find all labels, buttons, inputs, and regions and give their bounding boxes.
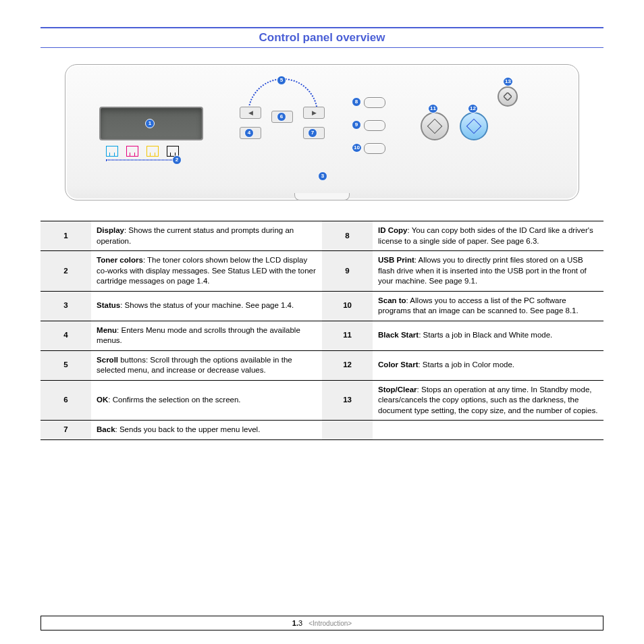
callout-number-cell: 3 (41, 291, 91, 321)
table-row: 7Back: Sends you back to the upper menu … (41, 421, 603, 440)
callout-desc-cell: Toner colors: The toner colors shown bel… (91, 251, 322, 292)
callout-number-cell: 5 (41, 350, 91, 380)
callout-desc-cell: Status: Shows the status of your machine… (91, 291, 322, 321)
stop-clear-button (498, 86, 518, 107)
callout-term: Scan to (378, 296, 406, 304)
id-copy-button (364, 97, 385, 108)
callout-desc-cell: USB Print: Allows you to directly print … (373, 251, 603, 292)
callout-10: 10 (352, 143, 362, 153)
color-start-button (460, 112, 488, 140)
footer-page-minor: 3 (298, 619, 302, 627)
table-row: 3Status: Shows the status of your machin… (41, 291, 603, 321)
table-row: 1Display: Shows the current status and p… (41, 221, 603, 251)
callout-term: Stop/Clear (378, 385, 417, 394)
callout-desc-cell: Color Start: Starts a job in Color mode. (373, 350, 603, 380)
callout-desc-cell: Display: Shows the current status and pr… (91, 221, 322, 251)
callout-number-cell: 1 (41, 221, 91, 251)
callout-desc-cell: Scroll buttons: Scroll through the optio… (91, 350, 322, 380)
scroll-right-button: ▶ (303, 107, 325, 119)
callout-3: 3 (318, 171, 327, 181)
toner-yellow-icon (146, 146, 159, 157)
usb-print-button (364, 120, 385, 131)
section-title-bar: Control panel overview (41, 27, 603, 48)
black-start-button (421, 112, 449, 140)
callout-term: ID Copy (378, 226, 407, 234)
svg-marker-0 (504, 92, 512, 101)
callout-number-cell: 7 (41, 421, 91, 440)
table-row: 5Scroll buttons: Scroll through the opti… (41, 350, 603, 380)
control-panel-body: 1 2 3 ◀ ▶ 4 5 6 7 8 9 10 (65, 64, 579, 200)
toner-color-indicators (106, 146, 179, 157)
callout-term: Color Start (378, 360, 418, 369)
footer-page-major: 1. (292, 619, 298, 627)
callout-11: 11 (428, 104, 438, 113)
callout-term: Menu (97, 326, 117, 334)
callout-desc-cell: OK: Confirms the selection on the screen… (91, 380, 322, 421)
callout-desc-cell: Black Start: Starts a job in Black and W… (373, 321, 603, 350)
callout-number-cell: 9 (322, 251, 373, 292)
callout-number-cell: 13 (322, 380, 373, 421)
callout-term: Back (97, 425, 115, 433)
callout-12: 12 (468, 104, 478, 113)
diamond-icon (466, 119, 482, 134)
toner-cyan-icon (106, 146, 118, 157)
callout-desc-cell: Menu: Enters Menu mode and scrolls throu… (91, 321, 322, 350)
page-footer: 1.3 <Introduction> (41, 616, 603, 630)
callout-term: Display (97, 226, 124, 234)
table-row: 4Menu: Enters Menu mode and scrolls thro… (41, 321, 603, 350)
callout-desc-cell: Back: Sends you back to the upper menu l… (91, 421, 322, 440)
callout-number-cell: 2 (41, 251, 91, 292)
callout-13: 13 (503, 77, 513, 86)
table-row: 6OK: Confirms the selection on the scree… (41, 380, 603, 421)
callout-number-cell: 11 (322, 321, 373, 350)
panel-notch (294, 193, 350, 200)
callout-number-cell (322, 421, 373, 440)
callout-7: 7 (308, 128, 317, 138)
diamond-icon (427, 119, 443, 134)
toner-magenta-icon (126, 146, 138, 157)
callout-2: 2 (172, 155, 182, 165)
scan-to-button (364, 143, 385, 154)
callout-desc-cell: ID Copy: You can copy both sides of the … (373, 221, 603, 251)
callout-number-cell: 6 (41, 380, 91, 421)
callout-2-line (106, 159, 176, 161)
table-row: 2Toner colors: The toner colors shown be… (41, 251, 603, 292)
scroll-left-button: ◀ (240, 107, 261, 119)
callout-table: 1Display: Shows the current status and p… (41, 221, 603, 440)
callout-9: 9 (352, 120, 361, 130)
callout-term: Black Start (378, 331, 419, 339)
page-footer-wrap: 1.3 <Introduction> (41, 616, 603, 630)
callout-5: 5 (277, 76, 286, 85)
stop-icon (504, 92, 512, 101)
footer-section: <Introduction> (308, 620, 352, 627)
callout-6: 6 (277, 112, 286, 122)
callout-desc-cell: Scan to: Allows you to access a list of … (373, 291, 603, 321)
callout-term: USB Print (378, 256, 414, 264)
callout-term: Scroll (97, 356, 118, 364)
callout-term: Toner colors (97, 256, 143, 264)
callout-desc-cell (373, 421, 603, 440)
callout-number-cell: 10 (322, 291, 373, 321)
callout-number-cell: 12 (322, 350, 373, 380)
callout-term: OK (97, 396, 108, 404)
callout-term: Status (97, 301, 120, 309)
callout-desc-cell: Stop/Clear: Stops an operation at any ti… (373, 380, 603, 421)
callout-number-cell: 4 (41, 321, 91, 350)
control-panel-diagram: 1 2 3 ◀ ▶ 4 5 6 7 8 9 10 (41, 64, 603, 200)
callout-8: 8 (352, 97, 361, 107)
callout-4: 4 (244, 128, 254, 138)
callout-number-cell: 8 (322, 221, 373, 251)
section-title: Control panel overview (41, 31, 603, 45)
callout-1: 1 (145, 119, 155, 128)
